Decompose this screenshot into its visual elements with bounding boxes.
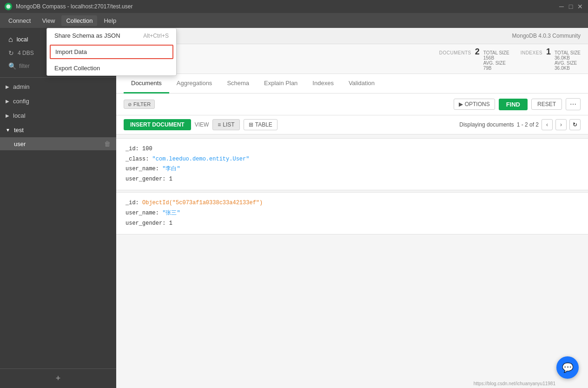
- filter-circle-icon: ⊘: [128, 102, 132, 107]
- app-icon: [5, 3, 12, 10]
- dropdown-share-schema[interactable]: Share Schema as JSON Alt+Ctrl+S: [47, 28, 176, 43]
- svg-point-0: [7, 5, 11, 9]
- filter-placeholder: filter: [19, 63, 30, 69]
- indexes-total-size-value: 36.0KB: [555, 55, 581, 60]
- content-area: ⊘ FILTER ▶ OPTIONS FIND RESET ⋯ INSERT D…: [116, 94, 588, 388]
- options-label: OPTIONS: [465, 101, 490, 107]
- table-label: TABLE: [255, 121, 272, 128]
- documents-label: DOCUMENTS: [439, 50, 471, 55]
- chevron-right-icon: ▶: [6, 84, 9, 89]
- stats-bar: DOCUMENTS 2 TOTAL SIZE 156B AVG. SIZE 79…: [116, 44, 588, 74]
- documents-sub-stats: TOTAL SIZE 156B AVG. SIZE 79B: [483, 50, 509, 71]
- server-info: MongoDB 4.0.3 Community: [512, 33, 581, 39]
- documents-stat: DOCUMENTS 2 TOTAL SIZE 156B AVG. SIZE 79…: [439, 47, 509, 71]
- indexes-count: 1: [546, 47, 551, 57]
- maximize-button[interactable]: □: [568, 3, 574, 10]
- list-icon: ≡: [218, 121, 221, 128]
- find-button[interactable]: FIND: [499, 99, 528, 110]
- reset-button[interactable]: RESET: [531, 99, 562, 110]
- minimize-button[interactable]: ─: [558, 3, 565, 10]
- tab-schema[interactable]: Schema: [219, 74, 257, 94]
- tab-validation[interactable]: Validation: [341, 74, 382, 94]
- tab-documents[interactable]: Documents: [124, 74, 169, 94]
- window-controls: ─ □ ✕: [558, 3, 583, 10]
- sidebar-collection-user[interactable]: user 🗑: [0, 137, 116, 150]
- search-icon: 🔍: [8, 62, 16, 70]
- chevron-down-icon: ▼: [6, 127, 10, 133]
- tabs: Documents Aggregations Schema Explain Pl…: [116, 74, 588, 94]
- sidebar-bottom: +: [0, 368, 116, 388]
- dropdown-import-data[interactable]: Import Data: [50, 45, 173, 59]
- indexes-sub-stats: TOTAL SIZE 36.0KB AVG. SIZE 36.0KB: [555, 50, 581, 71]
- add-database-button[interactable]: +: [5, 374, 112, 383]
- sidebar-dbs-label: 4 DBS: [18, 50, 34, 56]
- list-view-button[interactable]: ≡ LIST: [212, 119, 239, 130]
- tab-aggregations[interactable]: Aggregations: [169, 74, 220, 94]
- chat-button[interactable]: 💬: [556, 356, 579, 379]
- indexes-avg-size-value: 36.0KB: [555, 66, 581, 71]
- next-page-button[interactable]: ›: [555, 119, 567, 130]
- indexes-stat: INDEXES 1 TOTAL SIZE 36.0KB AVG. SIZE 36…: [521, 47, 581, 71]
- avg-size-value: 79B: [483, 66, 509, 71]
- sidebar: ⌂ local ↻ 4 DBS 🔍 filter ▶ admin ▶ confi…: [0, 28, 116, 388]
- filter-input[interactable]: [159, 101, 450, 107]
- document-field: user_gender: 1: [126, 219, 579, 229]
- collection-dropdown: Share Schema as JSON Alt+Ctrl+S Import D…: [46, 28, 177, 76]
- table-row: _id: 100 _class: "com.leeduo.demo.entity…: [116, 138, 588, 190]
- chevron-right-icon: ▶: [6, 99, 9, 104]
- filter-badge: ⊘ FILTER: [124, 100, 155, 109]
- menubar: Connect View Collection Help: [0, 13, 588, 28]
- document-field: _class: "com.leeduo.demo.entity.User": [126, 154, 579, 165]
- options-arrow-icon: ▶: [459, 101, 463, 107]
- indexes-label: INDEXES: [521, 50, 542, 55]
- documents-count: 2: [475, 47, 480, 57]
- insert-document-button[interactable]: INSERT DOCUMENT: [124, 119, 191, 130]
- window-title: MongoDB Compass - localhost:27017/test.u…: [16, 3, 555, 10]
- sidebar-local-label: local: [17, 36, 28, 43]
- document-field: _id: ObjectId("5c073af1a0338c33a42133ef"…: [126, 198, 579, 208]
- titlebar: MongoDB Compass - localhost:27017/test.u…: [0, 0, 588, 13]
- sidebar-item-local[interactable]: ▶ local: [0, 108, 116, 123]
- sidebar-item-test[interactable]: ▼ test: [0, 123, 116, 137]
- close-button[interactable]: ✕: [577, 3, 583, 10]
- sidebar-item-admin-label: admin: [13, 83, 29, 90]
- chevron-right-icon: ▶: [6, 113, 9, 118]
- options-button[interactable]: ▶ OPTIONS: [454, 99, 495, 110]
- list-label: LIST: [223, 121, 234, 128]
- trash-icon[interactable]: 🗑: [104, 140, 111, 147]
- indexes-avg-size-label: AVG. SIZE: [555, 60, 581, 66]
- menu-view[interactable]: View: [37, 15, 59, 26]
- collection-label: user: [14, 140, 26, 147]
- menu-collection[interactable]: Collection: [61, 15, 97, 26]
- documents-area: _id: 100 _class: "com.leeduo.demo.entity…: [116, 134, 588, 240]
- table-icon: ⊞: [249, 121, 253, 128]
- refresh-icon: ↻: [8, 49, 14, 57]
- prev-page-button[interactable]: ‹: [542, 119, 553, 130]
- main-content: STANDALONE MongoDB 4.0.3 Community DOCUM…: [116, 28, 588, 388]
- tab-indexes[interactable]: Indexes: [305, 74, 341, 94]
- sidebar-item-local-label: local: [13, 112, 26, 119]
- sidebar-item-config[interactable]: ▶ config: [0, 94, 116, 108]
- sidebar-item-admin[interactable]: ▶ admin: [0, 80, 116, 94]
- sidebar-item-test-label: test: [14, 127, 24, 134]
- table-view-button[interactable]: ⊞ TABLE: [244, 119, 277, 130]
- filter-bar: ⊘ FILTER ▶ OPTIONS FIND RESET ⋯: [116, 94, 588, 115]
- document-field: user_name: "李白": [126, 164, 579, 174]
- table-row: _id: ObjectId("5c073af1a0338c33a42133ef"…: [116, 192, 588, 234]
- document-field: user_gender: 1: [126, 174, 579, 185]
- avg-size-label: AVG. SIZE: [483, 60, 509, 66]
- range-text: 1 - 2 of 2: [517, 121, 539, 128]
- total-size-label: TOTAL SIZE: [483, 50, 509, 55]
- indexes-total-size-label: TOTAL SIZE: [555, 50, 581, 55]
- menu-connect[interactable]: Connect: [4, 15, 35, 26]
- menu-help[interactable]: Help: [99, 15, 121, 26]
- dropdown-export-collection[interactable]: Export Collection: [47, 61, 176, 75]
- more-options-button[interactable]: ⋯: [566, 98, 581, 110]
- document-field: _id: 100: [126, 144, 579, 154]
- tab-explain-plan[interactable]: Explain Plan: [257, 74, 305, 94]
- view-label: VIEW: [195, 121, 209, 128]
- toolbar-left: INSERT DOCUMENT VIEW ≡ LIST ⊞ TABLE: [124, 119, 277, 130]
- home-icon: ⌂: [8, 35, 13, 44]
- app-body: ⌂ local ↻ 4 DBS 🔍 filter ▶ admin ▶ confi…: [0, 28, 588, 388]
- refresh-documents-button[interactable]: ↻: [569, 119, 581, 130]
